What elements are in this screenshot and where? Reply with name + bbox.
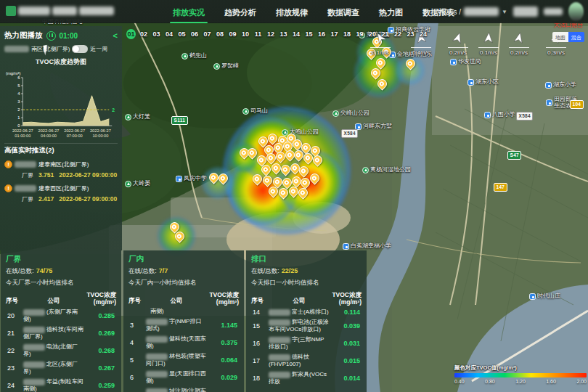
- company-blurred: [23, 344, 45, 351]
- timeline-hour[interactable]: 09: [228, 29, 237, 39]
- table-row[interactable]: 16宇(三部NMP排放口)0.031: [251, 336, 362, 351]
- company-blurred: [146, 388, 168, 392]
- timeline-hour[interactable]: 08: [216, 29, 225, 39]
- timeline-hour[interactable]: 12: [266, 29, 276, 39]
- collapse-panel-icon[interactable]: <: [113, 31, 118, 40]
- pause-icon[interactable]: [46, 31, 56, 41]
- col-value: TVOC浓度: [330, 291, 362, 298]
- legend-gradient-bar: [454, 373, 587, 377]
- timeline-hour[interactable]: 14: [292, 29, 301, 39]
- nav-item-趋势分析[interactable]: 趋势分析: [224, 6, 256, 18]
- timeline-hour[interactable]: 13: [279, 29, 288, 39]
- table-row[interactable]: 23北区(东侧厂界)0.267: [6, 361, 116, 375]
- timeline-hour[interactable]: 03: [152, 29, 161, 39]
- timeline-hour[interactable]: 01: [126, 29, 136, 39]
- nav-item-排放规律[interactable]: 排放规律: [276, 6, 308, 18]
- timeline-hour[interactable]: 18: [343, 29, 352, 39]
- table-row[interactable]: 17德科技(FHVP1007)0.015: [251, 354, 362, 368]
- timeline-hour[interactable]: 22: [393, 29, 403, 39]
- pin-dot: [273, 166, 279, 171]
- timeline-hour[interactable]: 16: [317, 29, 327, 39]
- panel-title: 厂界: [6, 254, 116, 264]
- col-company: 公司: [146, 297, 207, 306]
- wind-divider: [448, 47, 468, 48]
- logo-text-blurred: [52, 7, 77, 15]
- svg-text:2: 2: [112, 107, 115, 113]
- company-blurred: [269, 319, 290, 326]
- tvoc-color-legend: 颜色对应TVOC值(mg/m³) 0.400.801.201.602.00: [454, 364, 587, 384]
- push-value: 2.417: [38, 195, 54, 203]
- col-company: 公司: [23, 297, 84, 306]
- table-row[interactable]: 18辉家具(VOCs排放0.014: [251, 371, 362, 385]
- timeline-hour[interactable]: 20: [368, 29, 377, 39]
- svg-text:2022-06-2701:00:00: 2022-06-2701:00:00: [12, 128, 33, 138]
- pin-dot: [303, 145, 309, 151]
- row-value: 0.269: [84, 330, 116, 337]
- push-type: 厂界: [22, 195, 33, 203]
- chevron-down-icon[interactable]: ▼: [502, 9, 507, 15]
- marker-pin-icon[interactable]: [375, 77, 388, 90]
- push-item[interactable]: !建泰南区(北侧厂界)厂界3.7512022-06-27 09:00:00: [4, 160, 118, 179]
- table-row[interactable]: 24年益(制粒车间南侧)0.259: [6, 378, 116, 392]
- timeline-hour[interactable]: 06: [190, 29, 200, 39]
- row-rank: 21: [6, 330, 23, 337]
- timeline-hour[interactable]: 23: [406, 29, 415, 39]
- timeline-hour[interactable]: 02: [139, 29, 149, 39]
- wind-indicator: 0.2m/s: [502, 32, 536, 56]
- timeline-hour[interactable]: 24: [419, 29, 428, 39]
- app-logo: [6, 6, 114, 16]
- marker-pin-icon[interactable]: [216, 171, 229, 184]
- row-company: (东侧厂界南侧): [23, 309, 84, 323]
- pin-dot: [407, 61, 413, 67]
- wind-arrow-icon: [451, 30, 465, 45]
- table-row[interactable]: 20(东侧厂界南侧)0.285: [6, 309, 116, 323]
- pin-dot: [288, 136, 294, 142]
- timeline-hour[interactable]: 21: [380, 29, 390, 39]
- marker-pin-icon[interactable]: [296, 186, 309, 199]
- company-blurred: [146, 354, 168, 360]
- table-row[interactable]: 7域注塑(注塑车间)0.012: [128, 388, 239, 392]
- online-label: 在线/总数:: [251, 267, 279, 274]
- timeline-hour[interactable]: 07: [203, 29, 212, 39]
- map-type-混合[interactable]: 混合: [568, 32, 584, 42]
- svg-text:4: 4: [17, 91, 20, 96]
- row-value: 0.015: [330, 357, 362, 364]
- pin-dot: [258, 158, 264, 163]
- table-row[interactable]: 6显(天面排口西侧)0.029: [128, 370, 239, 385]
- table-row[interactable]: 14富士(A栋排口)0.114: [251, 309, 362, 316]
- timeline-hour[interactable]: 17: [330, 29, 339, 39]
- push-value: 3.751: [38, 171, 54, 179]
- avatar[interactable]: [568, 2, 584, 21]
- table-row[interactable]: 21德科技(车间南侧厂界)0.269: [6, 326, 116, 340]
- wind-divider: [370, 47, 391, 48]
- table-row[interactable]: 15辉电池(正极涂布车间VOCs排放口)0.039: [251, 319, 362, 333]
- table-row[interactable]: 22电池(北侧厂界)0.268: [6, 343, 116, 358]
- vocs-selector[interactable]: VOCs / ▼: [438, 7, 507, 16]
- table-row[interactable]: 3宇(NMP排口测试)1.145: [128, 318, 239, 332]
- row-company: 林包装(喷塑车间门口): [146, 353, 207, 367]
- timeline-hour[interactable]: 11: [253, 29, 263, 39]
- table-row[interactable]: 5林包装(喷塑车间门口)0.064: [128, 353, 239, 367]
- table-header: 序号 公司 TVOC浓度(mg/m³): [251, 291, 362, 306]
- nav-item-排放实况[interactable]: 排放实况: [173, 6, 205, 18]
- online-count: 22/25: [282, 267, 298, 274]
- timeline-hour[interactable]: 15: [304, 29, 314, 39]
- table-row[interactable]: 4健科技(天面东侧)0.375: [128, 335, 239, 350]
- timeline-hour[interactable]: 19: [355, 29, 364, 39]
- push-item[interactable]: !建泰西区(北侧厂界)厂界2.4172022-06-27 09:00:00: [4, 184, 118, 203]
- timeline-hour[interactable]: 05: [177, 29, 187, 39]
- wind-speed: 0.3m/s: [539, 49, 573, 56]
- push-item-site: !建泰西区(北侧厂界): [4, 184, 118, 192]
- svg-text:(mg/m³): (mg/m³): [6, 71, 21, 75]
- wind-divider: [478, 47, 499, 48]
- wind-divider: [411, 47, 431, 48]
- ranking-tables: 厂界 在线/总数:74/75 今天厂界一小时均值排名 序号 公司 TVOC浓度(…: [1, 250, 367, 392]
- nav-item-数据调查[interactable]: 数据调查: [327, 6, 359, 18]
- timeline-hour[interactable]: 04: [165, 29, 174, 39]
- recent-week-toggle[interactable]: [72, 45, 88, 53]
- timeline-hour[interactable]: 10: [241, 29, 250, 39]
- nav-item-热力图[interactable]: 热力图: [379, 6, 403, 18]
- row-rank: 23: [6, 364, 23, 372]
- map-type-地图[interactable]: 地图: [552, 32, 568, 42]
- marker-pin-icon[interactable]: [404, 57, 417, 70]
